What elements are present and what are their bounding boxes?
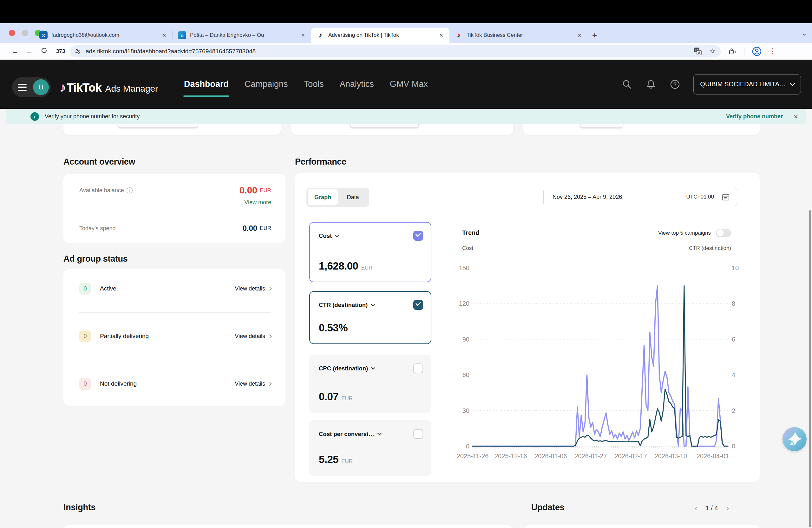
- translate-icon[interactable]: GA: [693, 47, 702, 56]
- banner-close-icon[interactable]: ×: [794, 112, 798, 121]
- chevron-down-icon[interactable]: [371, 302, 375, 306]
- clipped-card: [523, 123, 760, 135]
- svg-text:90: 90: [462, 336, 469, 343]
- metric-card-cost[interactable]: Cost 1,628.00EUR: [309, 222, 431, 282]
- metric-card-cpc-destination[interactable]: CPC (destination) 0.07EUR: [309, 354, 431, 413]
- verify-phone-banner: i Verify your phone number for security.…: [6, 109, 806, 124]
- site-settings-icon[interactable]: [72, 48, 83, 55]
- view-details-link[interactable]: View details: [235, 285, 271, 292]
- nav-item-gmv-max[interactable]: GMV Max: [389, 76, 429, 92]
- tab-close-icon[interactable]: ×: [437, 32, 445, 39]
- nav-item-tools[interactable]: Tools: [303, 76, 324, 92]
- not-delivering-count-badge: 0: [79, 378, 91, 390]
- browser-tab-business-center[interactable]: ♪ TikTok Business Center ×: [449, 28, 588, 43]
- view-top5-toggle[interactable]: [716, 229, 731, 237]
- notifications-bell-icon[interactable]: [645, 79, 656, 90]
- updates-next-button[interactable]: ›: [726, 503, 729, 513]
- svg-text:8: 8: [732, 300, 735, 307]
- back-button[interactable]: ←: [8, 47, 21, 56]
- metric-name: Cost: [319, 232, 332, 239]
- search-icon[interactable]: [621, 79, 633, 90]
- chevron-down-icon[interactable]: [377, 431, 381, 436]
- browser-tab-posta[interactable]: o Pošta – Danka Erighovko – Ou ×: [173, 28, 311, 43]
- help-icon[interactable]: ?: [669, 79, 681, 90]
- status-row-not-delivering: 0 Not delivering View details: [79, 372, 271, 395]
- nav-item-campaigns[interactable]: Campaigns: [244, 76, 289, 92]
- updates-prev-button[interactable]: ‹: [695, 503, 697, 513]
- extensions-icon[interactable]: [728, 47, 737, 56]
- view-details-link[interactable]: View details: [235, 381, 271, 387]
- browser-tab-advertising-tiktok[interactable]: ♪ Advertising on TikTok | TikTok ×: [311, 28, 449, 43]
- account-switcher[interactable]: QUIBIM SOCIEDAD LIMITA…: [693, 74, 801, 94]
- main-menu-button[interactable]: U: [12, 77, 51, 97]
- timezone-label: UTC+01:00: [686, 194, 714, 200]
- chevron-right-icon: [268, 382, 272, 386]
- tab-title: fadrogogho38@outlook.com: [52, 32, 157, 38]
- svg-text:0: 0: [466, 443, 469, 450]
- tiktok-navbar: U ♪ TikTok Ads Manager Dashboard Campaig…: [0, 60, 812, 109]
- clipped-card: [63, 123, 281, 135]
- status-row-active: 0 Active View details: [79, 278, 271, 300]
- assistant-fab[interactable]: [783, 427, 807, 451]
- user-avatar[interactable]: U: [33, 79, 49, 95]
- status-row-partially-delivering: 0 Partially delivering View details: [79, 325, 271, 347]
- tab-graph[interactable]: Graph: [308, 189, 338, 205]
- metric-card-ctr-destination[interactable]: CTR (destination) 0.53%: [309, 291, 431, 344]
- url-text[interactable]: ads.tiktok.com/i18n/dashboard?aadvid=757…: [86, 48, 693, 55]
- reload-button[interactable]: [37, 47, 52, 56]
- graph-data-toggle: Graph Data: [306, 188, 369, 207]
- svg-text:2025-11-26: 2025-11-26: [457, 453, 489, 459]
- tab-title: Pošta – Danka Erighovko – Ou: [190, 32, 295, 38]
- calendar-icon: [722, 193, 730, 201]
- metric-checkbox[interactable]: [413, 363, 423, 373]
- toggle-knob: [716, 229, 724, 237]
- svg-text:2026-01-06: 2026-01-06: [535, 453, 567, 459]
- tab-data[interactable]: Data: [338, 189, 368, 205]
- date-range-picker[interactable]: Nov 26, 2025 – Apr 9, 2026 UTC+01:00: [543, 188, 737, 206]
- view-details-link[interactable]: View details: [235, 333, 271, 340]
- browser-toolbar: ← → 373 ads.tiktok.com/i18n/dashboard?aa…: [0, 43, 812, 60]
- status-label: Partially delivering: [100, 333, 149, 340]
- forward-button[interactable]: →: [21, 47, 37, 56]
- tab-close-icon[interactable]: ×: [160, 32, 168, 39]
- tiktok-ads-manager-logo[interactable]: ♪ TikTok Ads Manager: [60, 80, 158, 94]
- svg-text:6: 6: [732, 336, 735, 343]
- window-close-button[interactable]: [9, 30, 15, 36]
- available-balance-label: Available balance: [79, 187, 124, 194]
- nav-item-dashboard[interactable]: Dashboard: [183, 76, 229, 92]
- tiktok-icon: ♪: [454, 31, 463, 39]
- metric-card-cost-per-conversion[interactable]: Cost per conversi… 5.25EUR: [309, 420, 431, 476]
- svg-text:120: 120: [459, 300, 469, 307]
- status-label: Active: [100, 285, 116, 292]
- metric-checkbox[interactable]: [413, 429, 423, 439]
- browser-tab-outlook-inbox[interactable]: X fadrogogho38@outlook.com ×: [34, 28, 173, 43]
- window-minimize-button[interactable]: [22, 30, 28, 36]
- verify-phone-number-link[interactable]: Verify phone number: [726, 113, 783, 120]
- nav-item-analytics[interactable]: Analytics: [339, 76, 375, 92]
- view-top5-label: View top 5 campaigns: [658, 230, 711, 236]
- chevron-down-icon[interactable]: [371, 366, 375, 370]
- tab-search-chevron-icon[interactable]: ⌄: [801, 29, 807, 37]
- tab-close-icon[interactable]: ×: [576, 32, 583, 39]
- outlook-icon: o: [178, 31, 186, 39]
- account-name: QUIBIM SOCIEDAD LIMITA…: [700, 80, 786, 88]
- metric-name: CPC (destination): [319, 365, 368, 372]
- todays-spend-label: Today's spend: [79, 225, 116, 232]
- tab-count-badge[interactable]: 373: [52, 48, 70, 55]
- tab-title: TikTok Business Center: [467, 32, 572, 38]
- tab-close-icon[interactable]: ×: [299, 32, 307, 39]
- banner-text: Verify your phone number for security.: [45, 113, 141, 120]
- balance-help-icon[interactable]: ?: [127, 187, 133, 193]
- chevron-down-icon[interactable]: [335, 233, 339, 237]
- toolbar-divider: [744, 47, 744, 55]
- metric-checkbox[interactable]: [413, 231, 423, 241]
- metric-checkbox[interactable]: [413, 300, 423, 310]
- url-bar[interactable]: ads.tiktok.com/i18n/dashboard?aadvid=757…: [70, 45, 721, 57]
- profile-avatar-icon[interactable]: [751, 46, 762, 57]
- available-balance-value: 0.00: [240, 185, 257, 196]
- view-more-link[interactable]: View more: [244, 199, 271, 206]
- new-tab-button[interactable]: +: [592, 30, 597, 40]
- bookmark-star-icon[interactable]: ☆: [709, 47, 715, 56]
- browser-menu-kebab-icon[interactable]: ⋮: [769, 47, 777, 56]
- page-scrollbar[interactable]: [809, 210, 811, 527]
